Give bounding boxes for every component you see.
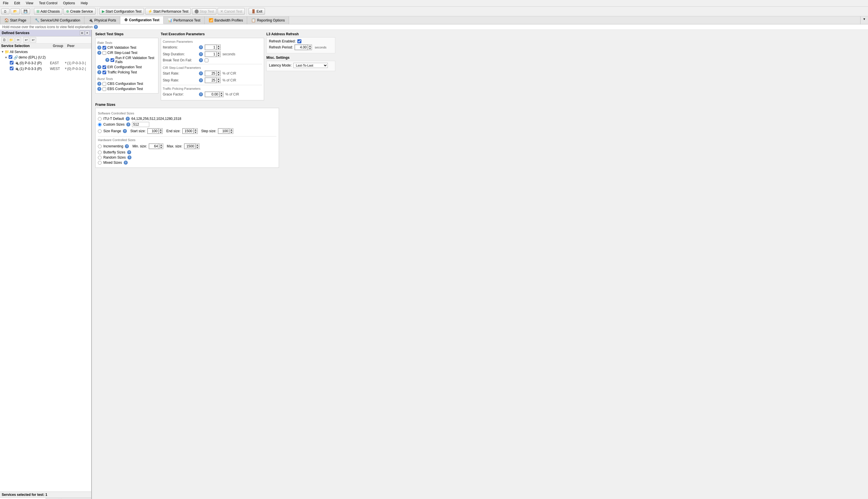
itu-default-radio[interactable] — [98, 117, 102, 121]
exit-button[interactable]: 🚪 Exit — [249, 8, 265, 15]
start-config-test-button[interactable]: ▶ Start Configuration Test — [99, 8, 144, 15]
tab-start-page[interactable]: 🏠 Start Page — [0, 16, 31, 24]
q-icon-itu[interactable]: ? — [126, 117, 130, 121]
sidebar-tab-result-data[interactable]: 📊 Result Data Grid — [0, 498, 46, 499]
start-rate-down[interactable]: ▼ — [216, 73, 221, 76]
end-size-input[interactable]: 1500 — [182, 129, 193, 134]
menu-test-control[interactable]: Test Control — [37, 1, 59, 6]
q-icon-butterfly[interactable]: ? — [127, 150, 131, 154]
q-icon-traffic[interactable]: ? — [97, 70, 101, 74]
refresh-enabled-checkbox[interactable] — [297, 39, 301, 43]
checkbox-demo[interactable] — [8, 55, 13, 60]
step-duration-down[interactable]: ▼ — [216, 54, 221, 57]
grace-factor-down[interactable]: ▼ — [219, 94, 223, 97]
sidebar-btn-3[interactable]: ✂ — [15, 37, 21, 43]
checkbox-port-0[interactable] — [9, 61, 14, 65]
q-icon-step-rate[interactable]: ? — [199, 78, 203, 82]
min-size-up[interactable]: ▲ — [159, 144, 163, 146]
create-service-button[interactable]: ⊕ Create Service — [63, 8, 95, 15]
tab-reporting-options[interactable]: 📋 Reporting Options — [247, 16, 289, 24]
checkbox-eir[interactable] — [103, 65, 106, 69]
step-rate-down[interactable]: ▼ — [216, 80, 221, 83]
new-button[interactable]: 🗋 — [1, 9, 10, 14]
add-chassis-button[interactable]: ⊞ Add Chassis — [34, 8, 62, 15]
start-rate-up[interactable]: ▲ — [216, 71, 221, 73]
q-icon-random[interactable]: ? — [128, 156, 131, 159]
q-icon-grace[interactable]: ? — [199, 92, 203, 96]
mixed-radio[interactable] — [98, 161, 102, 165]
refresh-period-up[interactable]: ▲ — [308, 45, 312, 47]
start-size-up[interactable]: ▲ — [158, 129, 163, 131]
iterations-input[interactable]: 1 — [205, 45, 216, 50]
q-icon-ebs[interactable]: ? — [97, 87, 101, 91]
menu-help[interactable]: Help — [79, 1, 90, 6]
sidebar-btn-4[interactable]: ↩ — [23, 37, 29, 43]
q-icon-break[interactable]: ? — [199, 58, 203, 62]
q-icon-inc[interactable]: ? — [125, 144, 129, 148]
step-size-down[interactable]: ▼ — [229, 131, 233, 134]
checkbox-cir-validation[interactable] — [103, 46, 106, 50]
menu-view[interactable]: View — [24, 1, 35, 6]
stop-test-button[interactable]: Stop Test — [192, 8, 216, 15]
tab-bandwidth-profiles[interactable]: 📶 Bandwidth Profiles — [205, 16, 247, 24]
custom-sizes-radio[interactable] — [98, 123, 102, 126]
incrementing-radio[interactable] — [98, 145, 102, 148]
end-size-up[interactable]: ▲ — [193, 129, 198, 131]
q-icon-cbs[interactable]: ? — [97, 82, 101, 86]
save-button[interactable]: 💾 — [21, 8, 30, 14]
checkbox-ebs[interactable] — [103, 87, 106, 91]
sidebar-float-button[interactable]: ⊟ — [80, 31, 84, 35]
step-rate-input[interactable]: 25 — [205, 78, 216, 83]
end-size-down[interactable]: ▼ — [193, 131, 198, 134]
menu-edit[interactable]: Edit — [12, 1, 22, 6]
checkbox-run-if-cir[interactable] — [110, 58, 114, 62]
q-icon-cir-step[interactable]: ? — [97, 51, 101, 55]
sidebar-tab-result-plot[interactable]: 📈 Result Plot — [46, 498, 92, 499]
open-button[interactable]: 📂 — [11, 8, 20, 14]
start-perf-test-button[interactable]: ⚡ Start Performance Test — [145, 8, 191, 15]
q-icon-cir-val[interactable]: ? — [97, 46, 101, 50]
sidebar-btn-5[interactable]: ↩ — [30, 37, 36, 43]
menu-options[interactable]: Options — [61, 1, 76, 6]
start-size-down[interactable]: ▼ — [158, 131, 163, 134]
tree-item-demo[interactable]: ▼ 🔗 demo (EPL) (U:2) — [0, 54, 91, 60]
checkbox-cbs[interactable] — [103, 82, 106, 86]
help-icon[interactable]: ? — [94, 25, 98, 29]
max-size-up[interactable]: ▲ — [195, 144, 199, 146]
start-size-input[interactable]: 100 — [147, 129, 158, 134]
q-icon-size-range[interactable]: ? — [123, 129, 127, 133]
q-icon-run-if[interactable]: ? — [105, 58, 109, 62]
checkbox-cir-step-load[interactable] — [103, 51, 106, 55]
q-icon-iterations[interactable]: ? — [199, 45, 203, 49]
step-duration-up[interactable]: ▲ — [216, 52, 221, 54]
checkbox-port-1[interactable] — [9, 66, 14, 71]
grace-factor-up[interactable]: ▲ — [219, 92, 223, 94]
refresh-period-down[interactable]: ▼ — [308, 47, 312, 50]
latency-mode-select[interactable]: Last-To-Last First-To-Last — [293, 63, 328, 68]
step-duration-input[interactable]: 1 — [205, 52, 216, 57]
q-icon-custom[interactable]: ? — [126, 122, 130, 126]
tab-physical-ports[interactable]: 🔌 Physical Ports — [84, 16, 120, 24]
tab-config-test[interactable]: ⚙ Configuration Test — [120, 16, 164, 24]
tree-item-port-1[interactable]: 🔌 (1) P-0-3-3 (P) WEST ▼ (0) P-0-3-2 ( — [0, 66, 91, 72]
step-rate-up[interactable]: ▲ — [216, 78, 221, 80]
tab-perf-test[interactable]: 📊 Performance Test — [164, 16, 205, 24]
random-radio[interactable] — [98, 156, 102, 159]
start-rate-input[interactable]: 25 — [205, 71, 216, 76]
q-icon-eir[interactable]: ? — [97, 65, 101, 69]
iterations-up[interactable]: ▲ — [216, 45, 221, 47]
tab-service-uni[interactable]: 🔧 Service/UNI Configuration — [31, 16, 85, 24]
tree-item-all-services[interactable]: ▼ 📁 All Services — [0, 49, 91, 54]
step-size-input[interactable]: 100 — [218, 129, 229, 134]
grace-factor-input[interactable]: 0.00 — [205, 92, 219, 97]
q-icon-mixed[interactable]: ? — [124, 161, 128, 165]
refresh-period-input[interactable]: 4.00 — [295, 45, 308, 50]
checkbox-traffic-policing[interactable] — [103, 71, 106, 74]
butterfly-radio[interactable] — [98, 150, 102, 154]
menu-file[interactable]: File — [1, 1, 10, 6]
min-size-down[interactable]: ▼ — [159, 146, 163, 149]
tree-item-port-0[interactable]: 🔌 (0) P-0-3-2 (P) EAST ▼ (1) P-0-3-3 ( — [0, 60, 91, 66]
max-size-down[interactable]: ▼ — [195, 146, 199, 149]
max-size-input[interactable]: 1500 — [184, 144, 195, 149]
custom-sizes-input[interactable]: 512 — [132, 122, 149, 127]
